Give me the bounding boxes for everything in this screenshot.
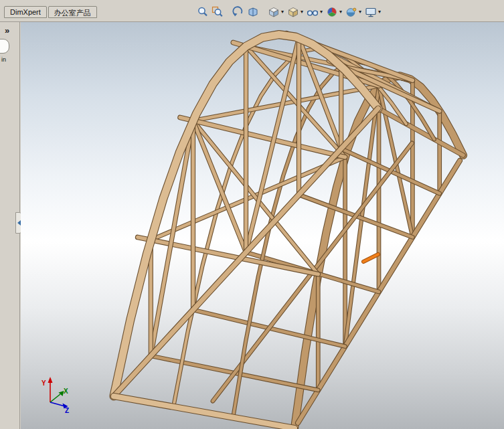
glasses-icon — [307, 6, 319, 18]
tab-dimxpert[interactable]: DimXpert — [4, 6, 47, 18]
collapse-arrow-icon — [17, 220, 21, 226]
wooden-bridge-model[interactable] — [114, 33, 463, 428]
display-style-cube-icon — [287, 6, 299, 18]
appearance-color-sphere-icon — [326, 6, 338, 18]
edit-appearance-button[interactable] — [325, 5, 339, 19]
collapsed-feature-manager-panel: » in — [0, 22, 20, 429]
triad-y-arrow — [48, 377, 53, 383]
apply-scene-dropdown[interactable]: ▾ — [359, 5, 361, 19]
view-orientation-button[interactable] — [267, 5, 280, 19]
display-style-dropdown[interactable]: ▾ — [301, 5, 303, 19]
unit-label: in — [1, 56, 6, 63]
edit-appearance-dropdown[interactable]: ▾ — [339, 5, 342, 19]
zoom-to-fit-icon — [197, 6, 209, 18]
tab-office-products[interactable]: 办公室产品 — [48, 6, 97, 18]
previous-view-icon — [232, 6, 244, 18]
triad-x-label: X — [64, 388, 68, 395]
apply-scene-icon — [345, 6, 357, 18]
3d-drawing-view-icon — [247, 6, 259, 18]
triad-y-label: Y — [41, 379, 46, 387]
previous-view-button[interactable] — [232, 5, 245, 19]
graphics-viewport[interactable]: Y X Z — [21, 22, 504, 429]
zoom-to-area-icon — [212, 6, 224, 18]
heads-up-view-toolbar: ▾ ▾ ▾ ▾ — [196, 5, 382, 19]
command-manager-tabs: DimXpert 办公室产品 — [4, 6, 98, 18]
orientation-triad: Y X Z — [41, 377, 69, 414]
apply-scene-button[interactable] — [345, 5, 358, 19]
view-orientation-cube-icon — [268, 6, 280, 18]
3d-drawing-view-button[interactable] — [246, 5, 260, 19]
view-orientation-dropdown[interactable]: ▾ — [281, 5, 284, 19]
monitor-icon — [365, 6, 377, 18]
hide-show-items-button[interactable] — [306, 5, 319, 19]
top-toolbar: DimXpert 办公室产品 — [0, 0, 504, 22]
expand-panel-button[interactable]: » — [5, 25, 9, 35]
zoom-to-fit-button[interactable] — [196, 5, 209, 19]
hide-show-items-dropdown[interactable]: ▾ — [320, 5, 323, 19]
scene-canvas: Y X Z — [21, 22, 504, 429]
zoom-to-area-button[interactable] — [211, 5, 224, 19]
display-style-button[interactable] — [286, 5, 300, 19]
view-settings-dropdown[interactable]: ▾ — [378, 5, 381, 19]
triad-z-label: Z — [65, 407, 69, 414]
panel-tab-handle[interactable] — [0, 39, 9, 54]
view-settings-button[interactable] — [364, 5, 377, 19]
